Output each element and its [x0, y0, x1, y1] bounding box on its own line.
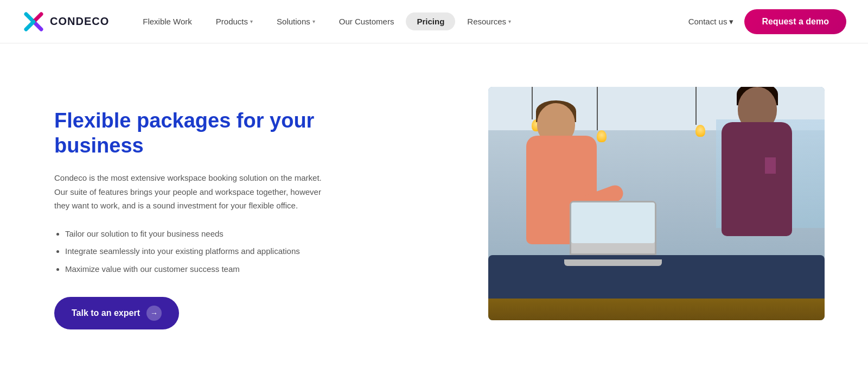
talk-to-expert-button[interactable]: Talk to an expert →: [54, 297, 179, 329]
bullet-3: Maximize value with our customer success…: [65, 263, 336, 276]
request-demo-button[interactable]: Request a demo: [744, 9, 846, 34]
nav-label-products: Products: [216, 17, 248, 26]
bullet-1: Tailor our solution to fit your business…: [65, 228, 336, 240]
nav-menu: Flexible Work Products ▾ Solutions ▾ Our…: [131, 12, 682, 30]
nav-label-customers: Our Customers: [339, 17, 394, 26]
hero-image-area: [369, 87, 825, 320]
chevron-down-icon: ▾: [508, 18, 511, 24]
office-photo: [488, 87, 825, 320]
nav-label-solutions: Solutions: [277, 17, 310, 26]
arrow-icon: →: [146, 306, 162, 321]
contact-label: Contact us: [688, 17, 727, 26]
nav-label-pricing: Pricing: [417, 17, 444, 26]
contact-link[interactable]: Contact us ▾: [683, 17, 739, 27]
hero-description: Condeco is the most extensive workspace …: [54, 171, 336, 213]
laptop: [570, 201, 656, 255]
p2-torso: [722, 122, 792, 236]
navbar: CONDECO Flexible Work Products ▾ Solutio…: [0, 0, 868, 43]
chevron-down-icon: ▾: [250, 18, 253, 24]
nav-item-solutions[interactable]: Solutions ▾: [265, 17, 327, 26]
chevron-down-icon: ▾: [312, 18, 315, 24]
logo-text: CONDECO: [50, 15, 109, 28]
nav-label-flexible-work: Flexible Work: [143, 17, 192, 26]
hero-heading: Flexible packages for your business: [54, 109, 336, 158]
hero-bullets: Tailor our solution to fit your business…: [54, 228, 336, 276]
hero-content: Flexible packages for your business Cond…: [54, 87, 336, 329]
svg-line-4: [26, 22, 34, 29]
nav-right: Contact us ▾ Request a demo: [683, 9, 846, 34]
chevron-down-icon: ▾: [729, 17, 733, 27]
nav-item-pricing[interactable]: Pricing: [406, 12, 455, 30]
nav-item-flexible-work[interactable]: Flexible Work: [131, 17, 204, 26]
p2-collar: [765, 157, 776, 174]
hero-section: Flexible packages for your business Cond…: [0, 43, 868, 368]
person-right: [705, 87, 814, 299]
logo-icon: [22, 10, 46, 34]
hero-image: [488, 87, 825, 320]
laptop-screen: [571, 202, 655, 243]
nav-item-our-customers[interactable]: Our Customers: [327, 17, 406, 26]
light-4: [695, 87, 705, 137]
nav-item-resources[interactable]: Resources ▾: [455, 17, 523, 26]
bullet-2: Integrate seamlessly into your existing …: [65, 245, 336, 258]
nav-label-resources: Resources: [467, 17, 506, 26]
cta-label: Talk to an expert: [72, 308, 140, 318]
logo-link[interactable]: CONDECO: [22, 10, 109, 34]
laptop-base: [564, 259, 662, 266]
nav-item-products[interactable]: Products ▾: [204, 17, 265, 26]
